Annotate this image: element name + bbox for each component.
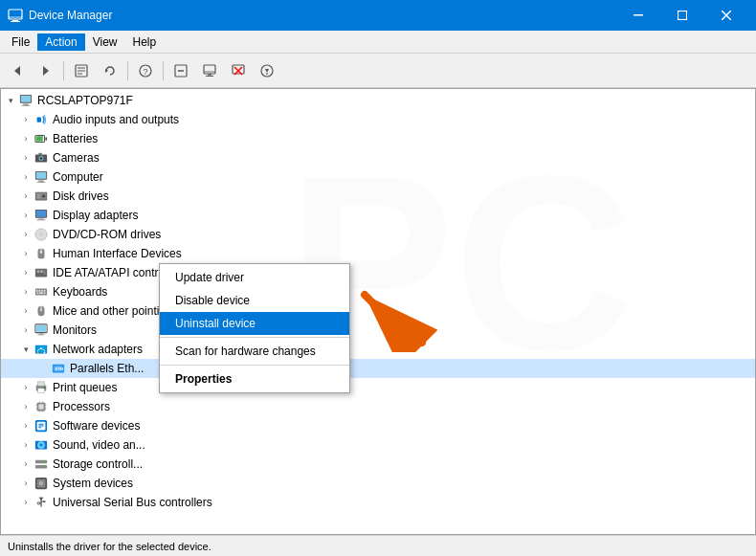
icon-system <box>33 476 49 491</box>
tree-item-disk[interactable]: › Disk drives <box>1 187 755 206</box>
expand-icon-keyboards: › <box>18 284 33 300</box>
properties-button[interactable] <box>68 57 95 84</box>
tree-item-processors[interactable]: › Processors <box>1 397 755 416</box>
svg-rect-33 <box>22 105 31 106</box>
icon-usb <box>33 495 49 510</box>
svg-point-125 <box>40 482 41 483</box>
close-button[interactable] <box>704 0 748 31</box>
status-text: Uninstalls the driver for the selected d… <box>8 541 211 552</box>
svg-rect-32 <box>23 104 28 105</box>
svg-rect-58 <box>37 219 46 220</box>
menu-file[interactable]: File <box>4 33 37 51</box>
svg-rect-97 <box>38 382 45 386</box>
ctx-uninstall-device[interactable]: Uninstall device <box>160 312 349 335</box>
svg-line-7 <box>722 11 731 20</box>
svg-point-51 <box>43 195 44 196</box>
expand-icon-cameras: › <box>18 150 33 166</box>
computer-button[interactable] <box>196 57 223 84</box>
menu-help[interactable]: Help <box>125 33 165 51</box>
forward-button[interactable] <box>33 57 59 84</box>
svg-marker-9 <box>43 66 49 76</box>
tree-label-storage: Storage controll... <box>53 457 143 471</box>
svg-rect-66 <box>37 270 40 273</box>
tree-label-print: Print queues <box>53 381 117 394</box>
expand-icon-usb: › <box>18 495 33 510</box>
ctx-update-driver[interactable]: Update driver <box>160 266 349 289</box>
tree-label-cameras: Cameras <box>53 151 100 165</box>
update-button[interactable] <box>97 57 123 84</box>
svg-point-92 <box>44 352 46 354</box>
expand-icon-system: › <box>18 476 33 491</box>
tree-item-batteries[interactable]: › Batteries <box>1 129 755 148</box>
svg-rect-101 <box>38 404 43 409</box>
tree-item-audio[interactable]: › Audio inputs and outputs <box>1 110 755 129</box>
minimize-button[interactable] <box>616 0 660 31</box>
tree-item-monitors[interactable]: › Monitors <box>1 321 755 340</box>
svg-rect-69 <box>35 289 47 296</box>
tree-view[interactable]: ▾ RCSLAPTOP971F › Audio i <box>1 89 755 534</box>
tree-item-print[interactable]: › Print queues <box>1 378 755 397</box>
tree-label-processors: Processors <box>53 400 110 413</box>
icon-ide <box>33 265 49 280</box>
maximize-button[interactable] <box>660 0 704 31</box>
tree-item-computer[interactable]: › Computer <box>1 167 755 187</box>
ctx-properties[interactable]: Properties <box>160 367 349 390</box>
tree-label-keyboards: Keyboards <box>53 285 107 299</box>
svg-rect-57 <box>38 219 43 220</box>
menu-action[interactable]: Action <box>37 33 84 51</box>
svg-point-61 <box>40 234 41 234</box>
icon-batteries <box>33 131 49 146</box>
expand-icon-display: › <box>18 208 33 223</box>
tree-label-system: System devices <box>53 477 133 490</box>
tree-item-hid[interactable]: › Human Interface Devices <box>1 244 755 263</box>
svg-rect-71 <box>38 290 40 291</box>
icon-processors <box>33 399 49 414</box>
svg-rect-21 <box>208 74 211 76</box>
tree-item-parallels[interactable]: ETH Parallels Eth... <box>1 359 755 378</box>
svg-rect-34 <box>37 117 41 122</box>
tree-label-audio: Audio inputs and outputs <box>53 113 179 126</box>
context-menu: Update driver Disable device Uninstall d… <box>159 263 350 393</box>
svg-rect-56 <box>36 211 47 217</box>
tree-item-sound[interactable]: › Sound, video an... <box>1 435 755 455</box>
expand-icon-mice: › <box>18 303 33 319</box>
tree-label-parallels: Parallels Eth... <box>70 362 144 375</box>
tree-label-usb: Universal Serial Bus controllers <box>53 496 212 509</box>
tree-item-dvd[interactable]: › DVD/CD-ROM drives <box>1 225 755 244</box>
download-button[interactable] <box>254 57 280 84</box>
tree-item-keyboards[interactable]: › Keyboards <box>1 282 755 301</box>
toolbar-separator-2 <box>127 61 128 80</box>
icon-display <box>33 208 49 223</box>
tree-item-software[interactable]: › Software devices <box>1 416 755 435</box>
svg-point-120 <box>44 460 46 462</box>
tree-item-ide[interactable]: › IDE ATA/ATAPI controllers <box>1 263 755 282</box>
tree-label-root: RCSLAPTOP971F <box>37 94 133 107</box>
tree-item-cameras[interactable]: › Cameras <box>1 148 755 167</box>
tree-item-network[interactable]: ▾ Network adapters <box>1 340 755 359</box>
icon-parallels: ETH <box>51 361 66 376</box>
ctx-scan-hardware[interactable]: Scan for hardware changes <box>160 340 349 363</box>
svg-point-91 <box>40 347 42 349</box>
app-icon <box>8 8 23 23</box>
tree-item-system[interactable]: › System devices <box>1 474 755 493</box>
tree-item-usb[interactable]: › Universal Serial Bus controllers <box>1 493 755 512</box>
svg-point-42 <box>40 157 43 160</box>
tree-item-mice[interactable]: › Mice and other pointing devices <box>1 301 755 321</box>
tree-item-display[interactable]: › Display adapters <box>1 206 755 225</box>
expand-icon-disk: › <box>18 189 33 204</box>
icon-software <box>33 418 49 434</box>
tree-label-sound: Sound, video an... <box>53 438 145 452</box>
svg-marker-127 <box>38 498 43 500</box>
expand-icon-network: ▾ <box>18 342 33 357</box>
back-button[interactable] <box>4 57 31 84</box>
help-button[interactable]: ? <box>132 57 159 84</box>
tree-item-root[interactable]: ▾ RCSLAPTOP971F <box>1 91 755 110</box>
expand-button[interactable] <box>167 57 194 84</box>
ctx-disable-device[interactable]: Disable device <box>160 289 349 312</box>
remove-button[interactable] <box>225 57 252 84</box>
svg-rect-31 <box>21 96 32 102</box>
expand-icon-ide: › <box>18 265 33 280</box>
svg-rect-76 <box>44 292 46 293</box>
menu-view[interactable]: View <box>85 33 125 51</box>
tree-item-storage[interactable]: › Storage controll... <box>1 455 755 474</box>
